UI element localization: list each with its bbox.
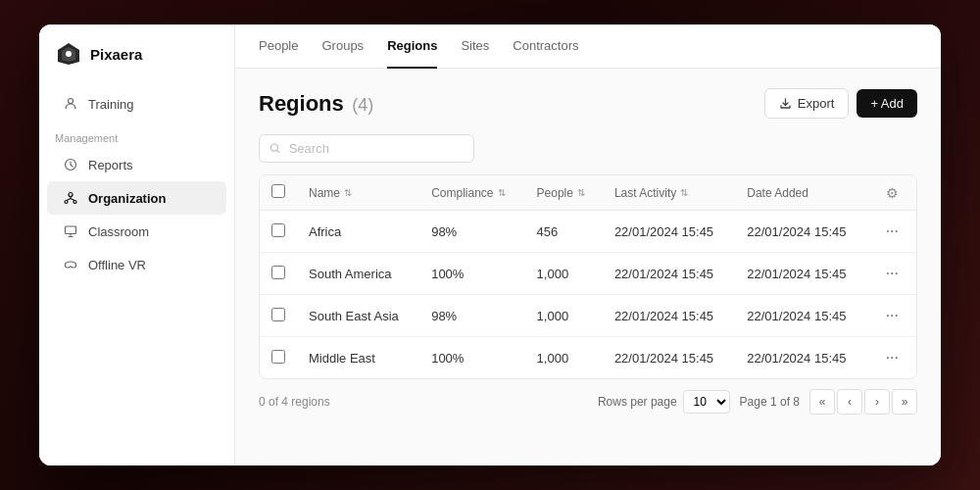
row-name: Middle East — [297, 337, 419, 379]
people-sort-icon[interactable]: ⇅ — [577, 187, 585, 198]
next-page-button[interactable]: › — [864, 389, 890, 415]
row-more-cell: ··· — [868, 337, 916, 379]
row-more-cell: ··· — [868, 211, 916, 253]
row-more-button-3[interactable]: ··· — [880, 347, 905, 368]
rows-per-page-label: Rows per page — [598, 395, 677, 409]
settings-gear-icon[interactable]: ⚙ — [886, 185, 899, 201]
main-content: People Groups Regions Sites Contractors … — [235, 24, 941, 466]
sidebar-item-reports-label: Reports — [88, 158, 133, 172]
row-date-added: 22/01/2024 15:45 — [735, 211, 867, 253]
row-last-activity: 22/01/2024 15:45 — [603, 295, 735, 337]
table-header-row: Name ⇅ Compliance ⇅ — [260, 175, 916, 211]
col-last-activity: Last Activity ⇅ — [603, 175, 735, 211]
page-actions: Export + Add — [764, 88, 917, 119]
row-checkbox-2[interactable] — [271, 308, 285, 321]
search-input[interactable] — [289, 141, 464, 156]
sidebar-item-offline-vr[interactable]: Offline VR — [47, 248, 226, 281]
row-checkbox-cell — [260, 295, 297, 337]
sidebar-item-classroom[interactable]: Classroom — [47, 215, 226, 248]
prev-page-button[interactable]: ‹ — [837, 389, 862, 415]
management-section-label: Management — [39, 121, 234, 148]
row-date-added: 22/01/2024 15:45 — [735, 253, 867, 295]
export-button[interactable]: Export — [764, 88, 850, 119]
tabs-bar: People Groups Regions Sites Contractors — [235, 24, 941, 69]
col-compliance: Compliance ⇅ — [419, 175, 524, 211]
row-compliance: 98% — [419, 295, 524, 337]
activity-sort-icon[interactable]: ⇅ — [680, 187, 688, 198]
col-compliance-label: Compliance — [431, 186, 493, 200]
export-label: Export — [798, 96, 835, 111]
sidebar: Pixaera Training Management — [39, 24, 235, 466]
row-people: 1,000 — [525, 337, 603, 379]
select-all-checkbox[interactable] — [271, 184, 285, 198]
page-content: Regions (4) Export + Add — [235, 69, 941, 466]
table-row: South America 100% 1,000 22/01/2024 15:4… — [260, 253, 916, 295]
svg-point-5 — [69, 193, 73, 197]
page-info: Page 1 of 8 — [740, 395, 800, 409]
row-name: South East Asia — [297, 295, 419, 337]
sidebar-item-classroom-label: Classroom — [88, 224, 149, 239]
svg-rect-8 — [66, 226, 76, 234]
logo-text: Pixaera — [90, 46, 142, 63]
pagination-row: 0 of 4 regions Rows per page 10 25 50 Pa… — [259, 379, 917, 416]
row-checkbox-0[interactable] — [271, 223, 285, 237]
tab-groups[interactable]: Groups — [321, 24, 364, 69]
pagination-info: 0 of 4 regions — [259, 395, 330, 409]
col-people-label: People — [537, 186, 573, 200]
page-title-count: (4) — [352, 95, 373, 115]
page-title-text: Regions — [259, 91, 344, 116]
sidebar-nav: Training Management Reports — [39, 87, 234, 281]
name-sort-icon[interactable]: ⇅ — [344, 187, 352, 198]
sidebar-item-training-label: Training — [88, 97, 133, 112]
row-compliance: 98% — [419, 211, 524, 253]
row-compliance: 100% — [419, 253, 524, 295]
select-all-col — [260, 175, 297, 211]
add-button[interactable]: + Add — [857, 89, 917, 118]
row-checkbox-cell — [260, 337, 297, 379]
row-checkbox-1[interactable] — [271, 266, 285, 279]
vr-icon — [63, 257, 78, 272]
row-more-button-0[interactable]: ··· — [880, 220, 905, 242]
table-row: Middle East 100% 1,000 22/01/2024 15:45 … — [260, 337, 916, 379]
sidebar-item-training[interactable]: Training — [47, 87, 226, 121]
row-checkbox-cell — [260, 211, 297, 253]
svg-point-6 — [65, 201, 68, 204]
table-row: Africa 98% 456 22/01/2024 15:45 22/01/20… — [260, 211, 916, 253]
col-date-added: Date Added — [735, 175, 867, 211]
compliance-sort-icon[interactable]: ⇅ — [498, 187, 506, 198]
tab-regions[interactable]: Regions — [387, 24, 437, 69]
col-people: People ⇅ — [525, 175, 603, 211]
tab-contractors[interactable]: Contractors — [513, 24, 578, 69]
col-name: Name ⇅ — [297, 175, 419, 211]
logo: Pixaera — [39, 40, 234, 87]
row-more-button-2[interactable]: ··· — [880, 305, 905, 326]
row-date-added: 22/01/2024 15:45 — [735, 295, 867, 337]
col-last-activity-label: Last Activity — [614, 186, 676, 200]
monitor-icon — [63, 223, 78, 239]
org-icon — [63, 190, 78, 206]
col-settings: ⚙ — [868, 175, 916, 211]
page-nav: « ‹ › » — [809, 389, 917, 415]
row-more-button-1[interactable]: ··· — [880, 263, 905, 284]
tab-sites[interactable]: Sites — [461, 24, 489, 69]
row-more-cell: ··· — [868, 253, 916, 295]
row-last-activity: 22/01/2024 15:45 — [603, 337, 735, 379]
row-checkbox-3[interactable] — [271, 350, 285, 364]
row-name: South America — [297, 253, 419, 295]
svg-point-7 — [74, 201, 76, 204]
add-label: + Add — [870, 96, 904, 111]
sidebar-item-organization-label: Organization — [88, 191, 166, 206]
sidebar-item-reports[interactable]: Reports — [47, 148, 226, 181]
tab-people[interactable]: People — [259, 24, 298, 69]
row-more-cell: ··· — [868, 295, 916, 337]
search-wrap[interactable] — [259, 134, 474, 163]
sidebar-item-organization[interactable]: Organization — [47, 181, 226, 215]
first-page-button[interactable]: « — [809, 389, 835, 415]
row-compliance: 100% — [419, 337, 524, 379]
clock-icon — [63, 157, 78, 172]
rows-per-page-select[interactable]: 10 25 50 — [683, 390, 730, 414]
col-date-added-label: Date Added — [747, 186, 808, 200]
row-people: 1,000 — [525, 295, 603, 337]
last-page-button[interactable]: » — [892, 389, 917, 415]
row-date-added: 22/01/2024 15:45 — [735, 337, 867, 379]
